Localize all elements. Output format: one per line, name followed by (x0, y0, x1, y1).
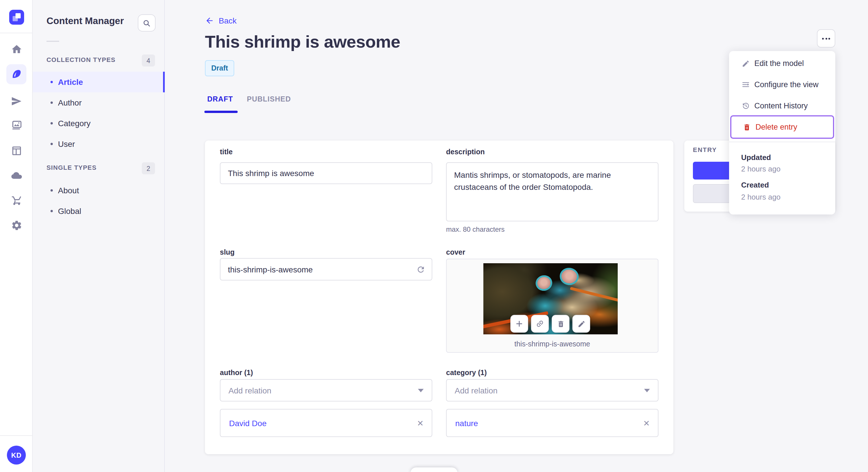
created-label: Created (741, 181, 769, 189)
bullet-icon (51, 102, 53, 104)
copy-link-button[interactable] (531, 315, 549, 333)
delete-asset-button[interactable] (552, 315, 569, 333)
description-hint: max. 80 characters (446, 225, 658, 233)
content-manager-icon[interactable] (6, 64, 26, 84)
sidebar-item-global[interactable]: Global (33, 201, 165, 222)
category-relation-item: nature ✕ (446, 409, 658, 437)
chevron-down-icon (418, 389, 424, 392)
menu-item-content-history[interactable]: Content History (729, 95, 835, 116)
category-field-label: category (1) (446, 369, 658, 377)
author-select-placeholder: Add relation (220, 386, 271, 395)
single-types-label: SINGLE TYPES (46, 164, 97, 171)
shrimp-eye (534, 274, 554, 293)
menu-item-delete-entry[interactable]: Delete entry (730, 115, 834, 139)
category-select-placeholder: Add relation (446, 386, 497, 395)
description-value: Mantis shrimps, or stomatopods, are mari… (446, 163, 658, 193)
menu-item-label: Edit the model (754, 59, 804, 68)
releases-icon[interactable] (5, 90, 28, 112)
bullet-icon (51, 189, 53, 192)
active-indicator-bar (163, 72, 165, 92)
content-type-builder-icon[interactable] (5, 139, 28, 162)
menu-item-edit-the-model[interactable]: Edit the model (729, 53, 835, 74)
description-textarea[interactable]: Mantis shrimps, or stomatopods, are mari… (446, 162, 658, 222)
history-clock-icon (742, 102, 750, 110)
sidebar-item-user[interactable]: User (33, 134, 165, 154)
regenerate-slug-icon[interactable] (416, 265, 425, 274)
search-button[interactable] (138, 14, 156, 32)
page-title: This shrimp is awesome (205, 32, 400, 52)
cover-asset-card: this-shrimp-is-awesome (446, 259, 658, 353)
sidebar-item-about[interactable]: About (33, 180, 165, 201)
sidebar-item-article[interactable]: Article (33, 72, 165, 92)
entry-panel-label: ENTRY (693, 146, 717, 153)
more-options-button[interactable] (817, 29, 835, 47)
sidebar-item-label: Global (58, 206, 81, 216)
bullet-icon (51, 143, 53, 145)
settings-gear-icon[interactable] (5, 214, 28, 237)
slug-input-value: this-shrimp-is-awesome (220, 265, 313, 274)
category-relation-link[interactable]: nature (446, 418, 478, 428)
active-tab-underline (205, 111, 238, 113)
sidebar-item-label: Author (58, 98, 82, 107)
content-manager-subnav: Content Manager COLLECTION TYPES 4 Artic… (33, 0, 165, 472)
menu-item-label: Content History (754, 102, 808, 110)
menu-item-configure-the-view[interactable]: Configure the view (729, 74, 835, 95)
status-badge: Draft (205, 60, 234, 76)
subnav-title: Content Manager (46, 15, 124, 26)
sidebar-item-author[interactable]: Author (33, 92, 165, 113)
category-relation-select[interactable]: Add relation (446, 379, 658, 401)
edit-form-card: title This shrimp is awesome description… (205, 140, 673, 454)
author-relation-item: David Doe ✕ (220, 409, 432, 437)
strapi-admin: KD Content Manager COLLECTION TYPES 4 Ar… (0, 0, 868, 472)
collection-types-count-badge: 4 (142, 55, 155, 67)
bullet-icon (51, 81, 53, 83)
configure-list-icon (742, 80, 750, 89)
sidebar-item-label: Article (58, 77, 83, 87)
deploy-cloud-icon[interactable] (5, 164, 28, 187)
cover-filename: this-shrimp-is-awesome (446, 340, 658, 348)
single-types-count-badge: 2 (142, 162, 155, 174)
title-input-value: This shrimp is awesome (220, 169, 314, 178)
add-asset-button[interactable] (510, 315, 528, 333)
updated-value: 2 hours ago (741, 165, 780, 173)
author-field-label: author (1) (220, 369, 432, 377)
strapi-logo-icon[interactable] (9, 10, 24, 25)
updated-label: Updated (741, 153, 771, 162)
shrimp-antenna (570, 287, 618, 302)
collection-types-label: COLLECTION TYPES (46, 56, 115, 63)
cover-image[interactable] (484, 263, 618, 334)
rail-bottom-divider (0, 435, 33, 436)
remove-author-relation-icon[interactable]: ✕ (417, 418, 424, 428)
author-relation-select[interactable]: Add relation (220, 379, 432, 401)
sidebar-item-category[interactable]: Category (33, 113, 165, 134)
sidebar-item-label: User (58, 139, 75, 148)
bullet-icon (51, 122, 53, 125)
slug-input[interactable]: this-shrimp-is-awesome (220, 258, 432, 280)
back-arrow-icon (205, 16, 214, 25)
remove-category-relation-icon[interactable]: ✕ (643, 418, 650, 428)
sidebar-item-label: About (58, 186, 79, 195)
author-relation-link[interactable]: David Doe (220, 418, 267, 428)
edit-asset-button[interactable] (572, 315, 590, 333)
rail-divider (0, 33, 33, 33)
created-value: 2 hours ago (741, 193, 780, 201)
options-menu: Edit the model Configure the view Conten… (729, 51, 835, 214)
pencil-icon (742, 59, 750, 67)
subnav-divider (46, 41, 59, 42)
marketplace-cart-icon[interactable] (5, 189, 28, 212)
chevron-down-icon (644, 389, 650, 392)
bottom-pill-widget[interactable] (410, 467, 458, 472)
cover-field-label: cover (446, 248, 658, 256)
media-library-icon[interactable] (5, 114, 28, 137)
tab-published[interactable]: PUBLISHED (247, 95, 291, 103)
slug-field-label: slug (220, 248, 432, 256)
sidebar-item-label: Category (58, 119, 91, 128)
user-avatar[interactable]: KD (7, 446, 26, 465)
home-icon[interactable] (5, 38, 28, 61)
menu-item-label: Configure the view (754, 80, 818, 89)
title-field-label: title (220, 148, 432, 156)
back-link[interactable]: Back (205, 16, 237, 25)
title-input[interactable]: This shrimp is awesome (220, 162, 432, 184)
icon-rail: KD (0, 0, 33, 472)
tab-draft[interactable]: DRAFT (207, 95, 233, 103)
